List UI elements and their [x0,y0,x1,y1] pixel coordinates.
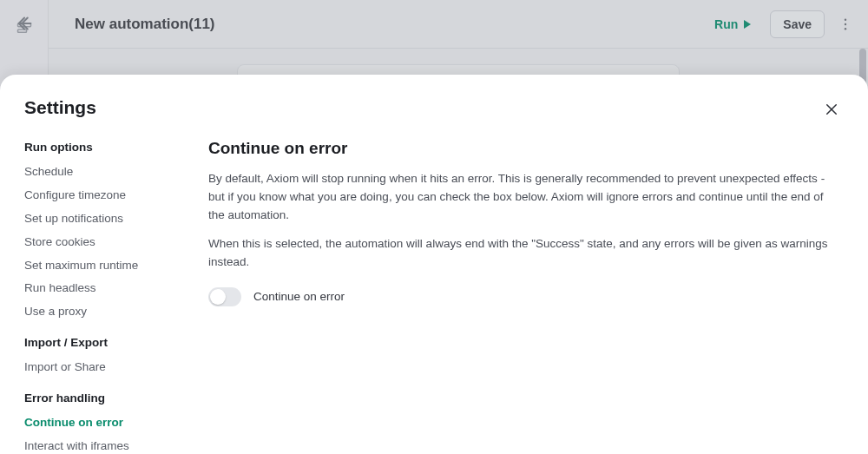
close-button[interactable] [819,97,844,122]
content-heading: Continue on error [208,139,833,158]
sheet-title: Settings [24,97,819,118]
settings-content: Continue on error By default, Axiom will… [205,127,868,454]
toggle-label: Continue on error [253,290,345,303]
sidebar-section-title: Run options [24,141,205,154]
toggle-knob [210,289,226,305]
sidebar-section-title: Import / Export [24,336,205,349]
sidebar-section-title: Error handling [24,391,205,405]
sidebar-item[interactable]: Set maximum runtime [24,254,205,278]
sidebar-item[interactable]: Schedule [24,161,205,184]
sidebar-item[interactable]: Continue on error [24,411,205,435]
sidebar-section-list: Import or Share [24,356,205,379]
sidebar-section-list: ScheduleConfigure timezoneSet up notific… [24,161,205,324]
sidebar-item[interactable]: Run headless [24,277,205,300]
sidebar-item[interactable]: Import or Share [24,356,205,379]
sidebar-item[interactable]: Use a proxy [24,300,205,324]
continue-on-error-toggle[interactable] [208,287,241,306]
settings-sidebar: Run optionsScheduleConfigure timezoneSet… [0,127,205,454]
content-paragraph-2: When this is selected, the automation wi… [208,235,833,272]
sidebar-item[interactable]: Store cookies [24,231,205,254]
sidebar-item[interactable]: Set up notifications [24,207,205,231]
sheet-header: Settings [0,75,868,127]
sidebar-section-list: Continue on errorInteract with iframesDi… [24,411,205,454]
content-paragraph-1: By default, Axiom will stop running when… [208,170,833,225]
toggle-row: Continue on error [208,287,833,306]
sidebar-item[interactable]: Interact with iframes [24,435,205,454]
sidebar-item[interactable]: Configure timezone [24,184,205,207]
close-icon [824,102,839,117]
settings-sheet: Settings Run optionsScheduleConfigure ti… [0,75,868,454]
